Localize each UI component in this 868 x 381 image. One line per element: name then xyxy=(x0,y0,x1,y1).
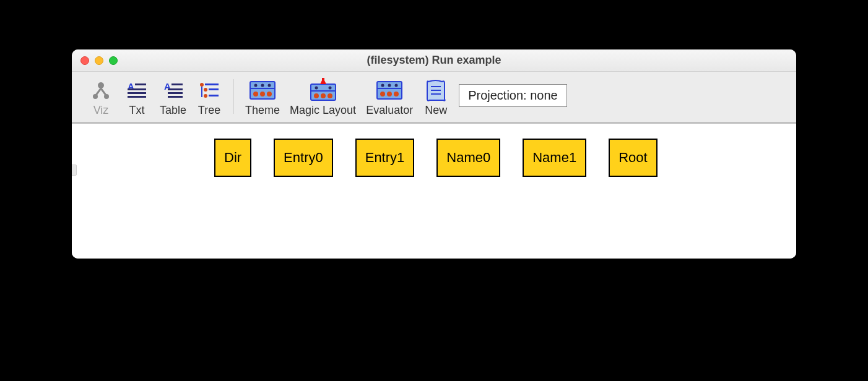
svg-rect-9 xyxy=(128,96,146,98)
svg-point-20 xyxy=(204,94,207,98)
txt-button[interactable]: A Txt xyxy=(119,77,155,118)
magic-layout-button[interactable]: Magic Layout xyxy=(285,77,361,118)
magic-layout-icon xyxy=(308,78,339,103)
node-entry0[interactable]: Entry0 xyxy=(274,139,333,177)
node-dir[interactable]: Dir xyxy=(214,139,251,177)
svg-point-42 xyxy=(387,92,392,96)
tree-icon xyxy=(199,78,220,103)
viz-label: Viz xyxy=(93,104,109,117)
toolbar-separator xyxy=(233,79,234,114)
svg-point-4 xyxy=(104,94,109,99)
new-button[interactable]: New xyxy=(418,77,454,118)
evaluator-label: Evaluator xyxy=(366,104,413,117)
svg-rect-14 xyxy=(168,96,183,98)
svg-point-3 xyxy=(93,94,98,99)
theme-label: Theme xyxy=(245,104,280,117)
svg-rect-12 xyxy=(168,88,183,90)
titlebar: (filesystem) Run example xyxy=(72,49,796,72)
visualization-canvas[interactable]: Dir Entry0 Entry1 Name0 Name1 Root xyxy=(72,122,796,259)
evaluator-button[interactable]: Evaluator xyxy=(361,77,418,118)
svg-rect-6 xyxy=(135,83,146,85)
svg-point-34 xyxy=(328,93,332,98)
theme-icon xyxy=(248,78,277,103)
txt-icon: A xyxy=(126,78,147,103)
projection-selector[interactable]: Projection: none xyxy=(459,84,567,107)
svg-rect-8 xyxy=(128,92,146,94)
maximize-icon[interactable] xyxy=(109,56,118,65)
svg-point-0 xyxy=(98,82,104,88)
svg-point-29 xyxy=(268,84,271,87)
svg-point-24 xyxy=(253,92,258,96)
window-controls xyxy=(80,56,118,65)
node-root[interactable]: Root xyxy=(609,139,657,177)
table-label: Table xyxy=(160,104,186,117)
magic-layout-label: Magic Layout xyxy=(290,104,356,117)
svg-point-18 xyxy=(204,88,207,92)
close-icon[interactable] xyxy=(80,56,89,65)
node-row: Dir Entry0 Entry1 Name0 Name1 Root xyxy=(214,139,658,177)
svg-point-46 xyxy=(395,84,398,87)
svg-rect-19 xyxy=(209,88,219,90)
svg-point-15 xyxy=(200,83,204,87)
svg-rect-7 xyxy=(128,88,146,90)
svg-point-35 xyxy=(315,87,318,90)
txt-label: Txt xyxy=(129,104,145,117)
node-name1[interactable]: Name1 xyxy=(523,139,586,177)
svg-rect-13 xyxy=(168,92,183,94)
svg-rect-11 xyxy=(171,83,183,85)
svg-rect-38 xyxy=(322,78,324,80)
toolbar: Viz A Txt A xyxy=(72,72,796,122)
node-name0[interactable]: Name0 xyxy=(436,139,500,177)
split-handle[interactable] xyxy=(72,165,77,176)
viz-button[interactable]: Viz xyxy=(83,77,119,118)
svg-point-41 xyxy=(380,92,385,96)
svg-point-44 xyxy=(381,84,384,87)
new-icon xyxy=(423,78,448,103)
new-label: New xyxy=(425,104,447,117)
svg-point-45 xyxy=(388,84,391,87)
tree-label: Tree xyxy=(198,104,220,117)
viz-icon xyxy=(90,78,111,103)
svg-point-28 xyxy=(261,84,264,87)
svg-point-33 xyxy=(321,93,326,98)
svg-point-43 xyxy=(394,92,399,96)
table-icon: A xyxy=(163,78,184,103)
minimize-icon[interactable] xyxy=(95,56,103,65)
table-button[interactable]: A Table xyxy=(155,77,191,118)
svg-rect-16 xyxy=(205,83,219,85)
svg-point-26 xyxy=(267,92,272,96)
evaluator-icon xyxy=(375,78,404,103)
svg-point-25 xyxy=(260,92,265,96)
app-window: (filesystem) Run example Viz A xyxy=(72,49,796,259)
svg-point-32 xyxy=(314,93,319,98)
svg-rect-21 xyxy=(209,95,219,96)
svg-point-36 xyxy=(328,87,331,90)
theme-button[interactable]: Theme xyxy=(240,77,285,118)
tree-button[interactable]: Tree xyxy=(191,77,227,118)
node-entry1[interactable]: Entry1 xyxy=(355,139,415,177)
svg-point-27 xyxy=(254,84,258,87)
window-title: (filesystem) Run example xyxy=(72,54,796,67)
